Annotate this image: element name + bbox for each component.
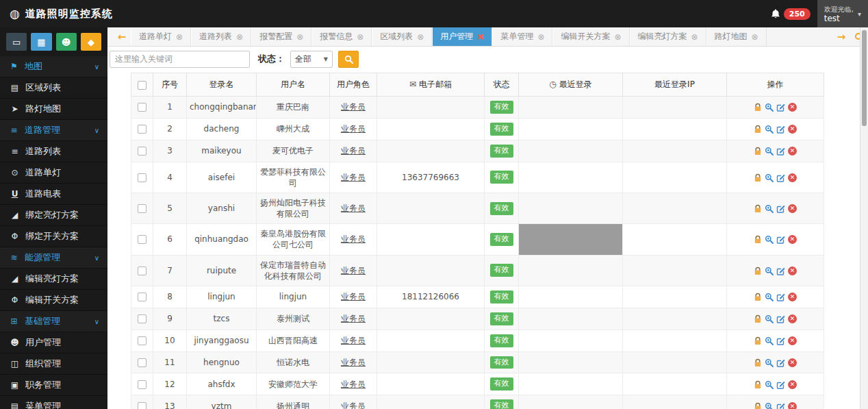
zoom-icon[interactable] [765,402,774,409]
role-link[interactable]: 业务员 [341,314,366,323]
delete-icon[interactable]: ✕ [788,235,797,244]
quick-button-grid[interactable]: ▦ [31,33,51,51]
edit-icon[interactable] [776,380,785,389]
tab-lamp-map[interactable]: 路灯地图⊗ [706,27,767,46]
sidebar-item-lamp-map[interactable]: ➤路灯地图 [0,99,107,120]
zoom-icon[interactable] [765,336,774,345]
lock-icon[interactable] [754,204,762,213]
sidebar-section-basic-management[interactable]: ⊞基础管理∨ [0,311,107,332]
row-checkbox[interactable] [138,173,146,182]
tabs-scroll-left-button[interactable]: ← [113,27,131,46]
sidebar-item-road-lamp[interactable]: ⊙道路单灯 [0,162,107,184]
lock-icon[interactable] [754,358,762,367]
row-checkbox[interactable] [138,125,146,134]
role-link[interactable]: 业务员 [341,124,366,134]
delete-icon[interactable]: ✕ [788,402,797,409]
zoom-icon[interactable] [765,314,774,323]
sidebar-item-edit-lighting-plan[interactable]: ◢编辑亮灯方案 [0,269,107,290]
delete-icon[interactable]: ✕ [788,336,797,345]
row-checkbox[interactable] [138,402,146,409]
tab-alarm-info[interactable]: 报警信息⊗ [311,27,372,46]
tab-close-icon[interactable]: ⊗ [236,32,243,42]
role-link[interactable]: 业务员 [341,102,366,112]
role-link[interactable]: 业务员 [341,203,366,213]
role-link[interactable]: 业务员 [341,401,366,409]
sidebar-item-road-meter[interactable]: U道路电表 [0,184,107,205]
zoom-icon[interactable] [765,380,774,389]
zoom-icon[interactable] [765,204,774,213]
quick-button-shield[interactable]: ◆ [81,33,101,51]
lock-icon[interactable] [754,380,762,389]
zoom-icon[interactable] [765,267,774,275]
tab-menu-management[interactable]: 菜单管理⊗ [492,27,552,46]
delete-icon[interactable]: ✕ [788,147,797,156]
lock-icon[interactable] [754,402,762,409]
tab-area-list[interactable]: 区域列表⊗ [372,27,432,46]
delete-icon[interactable]: ✕ [788,380,797,389]
row-checkbox[interactable] [138,358,146,367]
quick-button-user[interactable]: ☻ [56,33,77,51]
row-checkbox[interactable] [138,103,146,112]
edit-icon[interactable] [776,125,785,134]
tab-user-management[interactable]: 用户管理✖ [432,27,492,46]
lock-icon[interactable] [754,293,762,301]
edit-icon[interactable] [776,147,785,156]
zoom-icon[interactable] [765,125,774,134]
row-checkbox[interactable] [138,147,146,156]
zoom-icon[interactable] [765,147,774,156]
notifications-button[interactable]: 250 [763,0,817,27]
zoom-icon[interactable] [765,358,774,367]
tab-road-lamp[interactable]: 道路单灯⊗ [131,27,191,46]
role-link[interactable]: 业务员 [341,358,366,367]
tab-edit-lighting-plan[interactable]: 编辑亮灯方案⊗ [630,27,706,46]
sidebar-section-map[interactable]: ⚑地图∨ [0,56,107,77]
zoom-icon[interactable] [765,293,774,301]
row-checkbox[interactable] [138,380,146,389]
role-link[interactable]: 业务员 [341,234,366,244]
zoom-icon[interactable] [765,235,774,244]
tab-close-icon[interactable]: ⊗ [296,32,303,42]
lock-icon[interactable] [754,147,762,156]
sidebar-section-energy-management[interactable]: ≋能源管理∨ [0,247,107,269]
tab-close-icon[interactable]: ⊗ [176,32,183,42]
role-link[interactable]: 业务员 [341,292,366,301]
lock-icon[interactable] [754,173,762,182]
sidebar-item-bind-switch-plan[interactable]: Φ绑定开关方案 [0,226,107,247]
tab-close-icon[interactable]: ⊗ [537,32,544,42]
delete-icon[interactable]: ✕ [788,125,797,134]
sidebar-item-area-list[interactable]: ▤区域列表 [0,77,107,99]
delete-icon[interactable]: ✕ [788,267,797,275]
vertical-scrollbar[interactable] [860,27,868,409]
edit-icon[interactable] [776,402,785,409]
edit-icon[interactable] [776,235,785,244]
status-select[interactable]: 全部 ▼ [290,51,333,68]
tab-road-list[interactable]: 道路列表⊗ [191,27,251,46]
lock-icon[interactable] [754,125,762,134]
sidebar-item-road-list[interactable]: ≡道路列表 [0,141,107,162]
tab-close-icon[interactable]: ⊗ [357,32,363,42]
zoom-icon[interactable] [765,103,774,112]
sidebar-item-org-management[interactable]: ◫组织管理 [0,354,107,375]
delete-icon[interactable]: ✕ [788,314,797,323]
row-checkbox[interactable] [138,336,146,345]
sidebar-item-position-management[interactable]: ▣职务管理 [0,375,107,396]
row-checkbox[interactable] [138,235,146,244]
row-checkbox[interactable] [138,267,146,275]
tab-close-icon[interactable]: ⊗ [417,32,424,42]
role-link[interactable]: 业务员 [341,336,366,345]
quick-button-monitor[interactable]: ▭ [6,33,27,51]
tab-edit-switch-plan[interactable]: 编辑开关方案⊗ [552,27,629,46]
sidebar-item-user-management[interactable]: ☻用户管理 [0,332,107,354]
sidebar-item-edit-switch-plan[interactable]: Φ编辑开关方案 [0,290,107,311]
delete-icon[interactable]: ✕ [788,173,797,182]
header-checkbox[interactable] [138,81,146,90]
lock-icon[interactable] [754,336,762,345]
lock-icon[interactable] [754,314,762,323]
role-link[interactable]: 业务员 [341,266,366,275]
scrollbar-thumb[interactable] [862,30,867,126]
sidebar-item-bind-lighting-plan[interactable]: ◢绑定亮灯方案 [0,205,107,226]
row-checkbox[interactable] [138,293,146,301]
lock-icon[interactable] [754,103,762,112]
tab-close-icon[interactable]: ⊗ [752,32,758,42]
tab-close-icon[interactable]: ⊗ [691,32,698,42]
